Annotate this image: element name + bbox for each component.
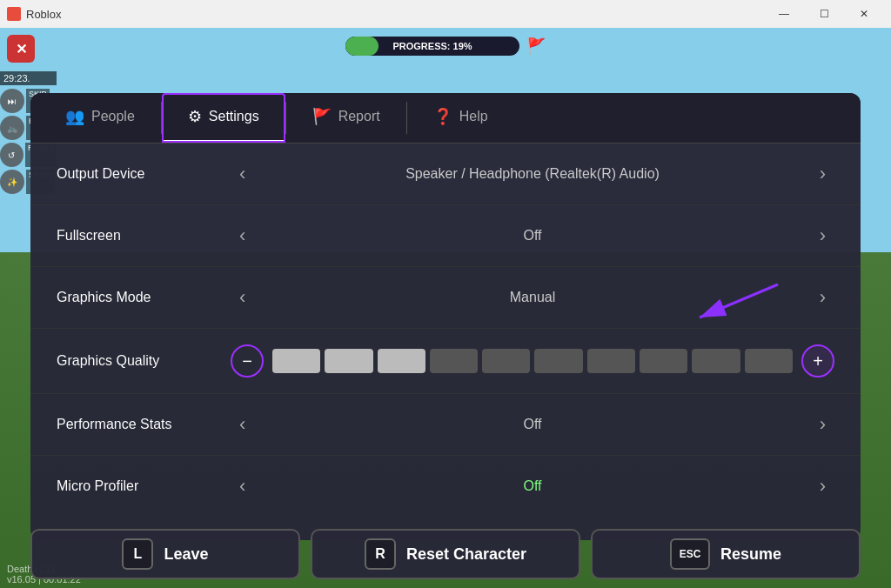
spins-btn[interactable]: ✨ (0, 170, 24, 194)
micro-profiler-next[interactable]: › (811, 471, 834, 501)
progress-bar-fill (345, 37, 379, 56)
window-title: Roblox (26, 8, 61, 21)
game-timer: 29:23. (0, 71, 57, 85)
game-background: ✕ PROGRESS: 19% 🚩 29:23. ⏭ SKIP 🚲 BIKE ↺ (0, 28, 891, 588)
performance-stats-control: ‹ Off › (231, 410, 834, 439)
reset-world-btn[interactable]: ↺ (0, 143, 23, 167)
tab-report[interactable]: 🚩 Report (286, 93, 406, 143)
setting-row-fullscreen: Fullscreen ‹ Off › (30, 205, 861, 267)
setting-row-graphics-mode: Graphics Mode ‹ Manual › (30, 267, 861, 329)
leave-button[interactable]: L Leave (30, 529, 300, 579)
report-icon: 🚩 (312, 107, 332, 126)
reset-character-button[interactable]: R Reset Character (311, 529, 580, 579)
quality-seg-3 (378, 349, 425, 373)
graphics-quality-control: − + (231, 344, 834, 378)
fullscreen-prev[interactable]: ‹ (231, 221, 254, 251)
graphics-mode-control: ‹ Manual › (231, 283, 834, 312)
output-device-control: ‹ Speaker / Headphone (Realtek(R) Audio)… (231, 159, 834, 189)
setting-row-micro-profiler: Micro Profiler ‹ Off › (30, 456, 861, 517)
progress-bar-track: PROGRESS: 19% (345, 37, 519, 56)
resume-key-badge: ESC (670, 538, 710, 570)
minimize-button[interactable]: — (764, 0, 804, 28)
graphics-mode-label: Graphics Mode (57, 290, 231, 305)
micro-profiler-value: Off (271, 478, 793, 494)
quality-decrease-button[interactable]: − (231, 344, 264, 378)
quality-seg-10 (745, 349, 793, 373)
game-close-button[interactable]: ✕ (7, 35, 35, 63)
micro-profiler-label: Micro Profiler (57, 478, 231, 494)
quality-segments (272, 349, 793, 373)
quality-seg-7 (587, 349, 635, 373)
tab-people-label: People (91, 109, 135, 124)
graphics-mode-prev[interactable]: ‹ (231, 283, 254, 312)
quality-seg-8 (640, 349, 687, 373)
maximize-button[interactable]: ☐ (804, 0, 844, 28)
help-icon: ❓ (433, 107, 452, 126)
setting-row-output-device: Output Device ‹ Speaker / Headphone (Rea… (30, 144, 861, 205)
performance-stats-value: Off (271, 417, 793, 432)
people-icon: 👥 (65, 107, 84, 126)
quality-seg-1 (272, 349, 320, 373)
micro-profiler-prev[interactable]: ‹ (231, 471, 254, 501)
flag-icon: 🚩 (526, 37, 546, 56)
graphics-mode-next[interactable]: › (811, 283, 834, 312)
resume-button[interactable]: ESC Resume (591, 529, 861, 579)
output-device-value: Speaker / Headphone (Realtek(R) Audio) (271, 166, 793, 182)
tab-report-label: Report (338, 109, 380, 124)
output-device-label: Output Device (57, 166, 231, 182)
settings-dialog: 👥 People ⚙ Settings 🚩 Report ❓ Help (30, 93, 861, 540)
quality-increase-button[interactable]: + (801, 344, 834, 378)
tab-settings-label: Settings (209, 109, 259, 124)
fullscreen-control: ‹ Off › (231, 221, 834, 251)
tab-settings[interactable]: ⚙ Settings (162, 93, 285, 143)
leave-key-badge: L (122, 538, 153, 570)
quality-seg-5 (482, 349, 530, 373)
leave-label: Leave (164, 545, 208, 564)
resume-label: Resume (720, 545, 781, 564)
settings-content: Output Device ‹ Speaker / Headphone (Rea… (30, 144, 861, 540)
performance-stats-label: Performance Stats (57, 417, 231, 432)
graphics-mode-value: Manual (271, 290, 793, 305)
title-bar: Roblox — ☐ ✕ (0, 0, 891, 28)
tab-help[interactable]: ❓ Help (407, 93, 514, 143)
quality-seg-2 (325, 349, 372, 373)
title-bar-left: Roblox (7, 7, 61, 21)
skip-btn[interactable]: ⏭ (0, 89, 24, 113)
setting-row-performance-stats: Performance Stats ‹ Off › (30, 394, 861, 456)
reset-character-label: Reset Character (406, 545, 526, 564)
quality-seg-4 (430, 349, 478, 373)
performance-stats-prev[interactable]: ‹ (231, 410, 254, 439)
tab-bar: 👥 People ⚙ Settings 🚩 Report ❓ Help (30, 93, 861, 144)
quality-seg-9 (692, 349, 740, 373)
micro-profiler-control: ‹ Off › (231, 471, 834, 501)
tab-people[interactable]: 👥 People (39, 93, 161, 143)
bike-btn[interactable]: 🚲 (0, 116, 24, 140)
app-icon (7, 7, 21, 21)
fullscreen-label: Fullscreen (57, 228, 231, 244)
quality-seg-6 (534, 349, 582, 373)
output-device-prev[interactable]: ‹ (231, 159, 254, 189)
tab-help-label: Help (459, 109, 488, 124)
graphics-quality-label: Graphics Quality (57, 353, 231, 369)
progress-bar-container: PROGRESS: 19% 🚩 (345, 37, 546, 56)
fullscreen-next[interactable]: › (811, 221, 834, 251)
setting-row-graphics-quality: Graphics Quality − (30, 329, 861, 394)
output-device-next[interactable]: › (811, 159, 834, 189)
fullscreen-value: Off (271, 228, 793, 244)
performance-stats-next[interactable]: › (811, 410, 834, 439)
settings-icon: ⚙ (188, 107, 202, 126)
bottom-bar: L Leave R Reset Character ESC Resume (30, 529, 861, 579)
progress-text: PROGRESS: 19% (392, 41, 472, 51)
window-controls: — ☐ ✕ (764, 0, 884, 28)
window-close-button[interactable]: ✕ (844, 0, 884, 28)
reset-key-badge: R (365, 538, 396, 570)
